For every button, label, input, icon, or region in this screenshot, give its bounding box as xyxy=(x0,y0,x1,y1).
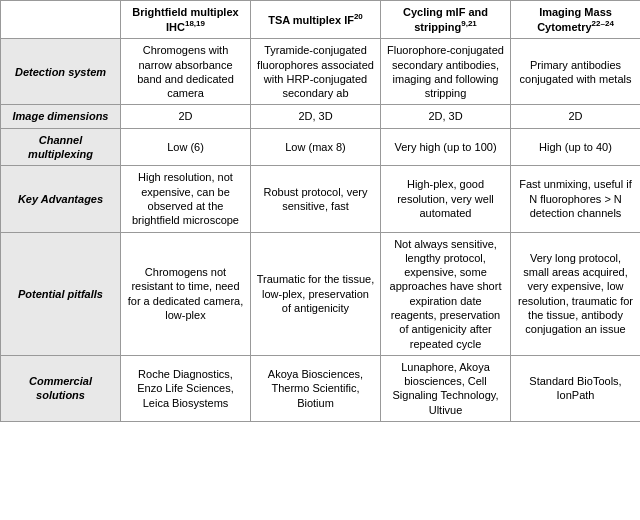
col-header-empty xyxy=(1,1,121,39)
data-cell: Primary antibodies conjugated with metal… xyxy=(511,39,641,105)
row-header-cell: Potential pitfalls xyxy=(1,232,121,355)
data-cell: High-plex, good resolution, very well au… xyxy=(381,166,511,232)
data-cell: Fluorophore-conjugated secondary antibod… xyxy=(381,39,511,105)
data-cell: Tyramide-conjugated fluorophores associa… xyxy=(251,39,381,105)
data-cell: 2D, 3D xyxy=(381,105,511,128)
data-cell: Not always sensitive, lengthy protocol, … xyxy=(381,232,511,355)
data-cell: Very long protocol, small areas acquired… xyxy=(511,232,641,355)
data-cell: Robust protocol, very sensitive, fast xyxy=(251,166,381,232)
col-header-imc: Imaging Mass Cytometry22–24 xyxy=(511,1,641,39)
data-cell: High resolution, not expensive, can be o… xyxy=(121,166,251,232)
table-row: Image dimensions2D2D, 3D2D, 3D2D xyxy=(1,105,641,128)
comparison-table: Brightfield multiplex IHC18,19 TSA multi… xyxy=(0,0,640,422)
col-header-brightfield: Brightfield multiplex IHC18,19 xyxy=(121,1,251,39)
data-cell: Standard BioTools, IonPath xyxy=(511,355,641,421)
row-header-cell: Detection system xyxy=(1,39,121,105)
table-row: Key AdvantagesHigh resolution, not expen… xyxy=(1,166,641,232)
data-cell: Lunaphore, Akoya biosciences, Cell Signa… xyxy=(381,355,511,421)
row-header-cell: Key Advantages xyxy=(1,166,121,232)
row-header-cell: Channel multiplexing xyxy=(1,128,121,166)
data-cell: Akoya Biosciences, Thermo Scientific, Bi… xyxy=(251,355,381,421)
table-row: Detection systemChromogens with narrow a… xyxy=(1,39,641,105)
col-header-cycling: Cycling mIF and stripping9,21 xyxy=(381,1,511,39)
data-cell: 2D xyxy=(511,105,641,128)
data-cell: 2D xyxy=(121,105,251,128)
data-cell: Fast unmixing, useful if N fluorophores … xyxy=(511,166,641,232)
table-row: Potential pitfallsChromogens not resista… xyxy=(1,232,641,355)
col-header-tsa: TSA multiplex IF20 xyxy=(251,1,381,39)
data-cell: High (up to 40) xyxy=(511,128,641,166)
data-cell: Low (max 8) xyxy=(251,128,381,166)
data-cell: Chromogens with narrow absorbance band a… xyxy=(121,39,251,105)
row-header-cell: Image dimensions xyxy=(1,105,121,128)
table-row: Channel multiplexingLow (6)Low (max 8)Ve… xyxy=(1,128,641,166)
row-header-cell: Commercial solutions xyxy=(1,355,121,421)
data-cell: Very high (up to 100) xyxy=(381,128,511,166)
data-cell: 2D, 3D xyxy=(251,105,381,128)
data-cell: Low (6) xyxy=(121,128,251,166)
table-row: Commercial solutionsRoche Diagnostics, E… xyxy=(1,355,641,421)
data-cell: Traumatic for the tissue, low-plex, pres… xyxy=(251,232,381,355)
data-cell: Chromogens not resistant to time, need f… xyxy=(121,232,251,355)
data-cell: Roche Diagnostics, Enzo Life Sciences, L… xyxy=(121,355,251,421)
